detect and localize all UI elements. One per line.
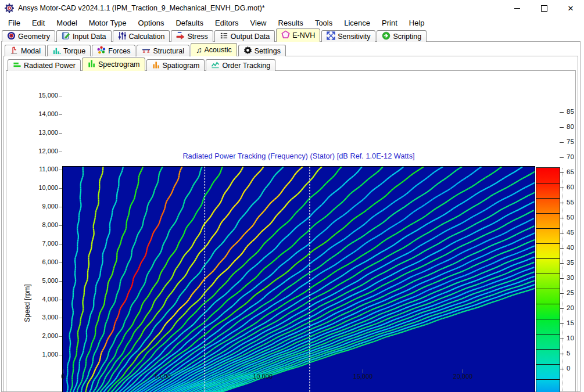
tab-spatiogram[interactable]: Spatiogram bbox=[146, 59, 205, 71]
menu-item-results[interactable]: Results bbox=[273, 17, 309, 28]
y-tick-mark bbox=[59, 170, 62, 170]
y-tick-mark bbox=[59, 300, 62, 300]
colorbar-tick-label: 85 bbox=[567, 108, 574, 115]
y-tick-mark bbox=[59, 336, 62, 337]
menu-bar: FileEditModelMotor TypeOptionsDefaultsEd… bbox=[0, 16, 584, 29]
colorbar-tick-mark bbox=[560, 188, 564, 188]
tab-e-nvh[interactable]: E-NVH bbox=[276, 28, 320, 42]
colorbar-tick-label: 65 bbox=[567, 168, 574, 175]
menu-item-editors[interactable]: Editors bbox=[209, 17, 244, 28]
y-tick-mark bbox=[59, 188, 62, 189]
tab-label: Spectrogram bbox=[98, 60, 140, 69]
window-controls: ✕ bbox=[504, 0, 584, 16]
colorbar-tick-mark bbox=[560, 142, 564, 143]
input-data-icon bbox=[62, 31, 70, 42]
plot-area[interactable] bbox=[62, 166, 535, 392]
spectrogram-icon bbox=[87, 59, 96, 70]
tab-radiated-power[interactable]: Radiated Power bbox=[8, 59, 81, 71]
tab-acoustic[interactable]: ♫Acoustic bbox=[191, 43, 237, 56]
colorbar bbox=[536, 167, 560, 392]
modal-icon bbox=[10, 46, 19, 56]
tab-settings[interactable]: Settings bbox=[238, 45, 286, 56]
minimize-icon bbox=[514, 8, 520, 9]
minimize-button[interactable] bbox=[504, 0, 531, 16]
y-tick-mark bbox=[59, 355, 62, 355]
colorbar-tick-label: 30 bbox=[567, 274, 574, 281]
colorbar-tick-label: 15 bbox=[567, 319, 574, 326]
colorbar-tick-mark bbox=[560, 172, 564, 173]
close-button[interactable]: ✕ bbox=[557, 0, 584, 16]
tab-geometry[interactable]: Geometry bbox=[2, 30, 55, 42]
y-tick-label: 5,000 bbox=[24, 277, 58, 284]
colorbar-tick-mark bbox=[560, 233, 564, 233]
close-icon: ✕ bbox=[568, 5, 574, 12]
colorbar-tick-mark bbox=[560, 263, 564, 264]
colorbar-tick-label: 5 bbox=[567, 350, 570, 357]
tab-stress[interactable]: Stress bbox=[171, 30, 213, 42]
tab-spectrogram[interactable]: Spectrogram bbox=[82, 57, 145, 71]
y-tick-mark bbox=[59, 133, 62, 134]
colorbar-tick-label: 40 bbox=[567, 244, 574, 251]
x-tick-label: 15,000 bbox=[345, 373, 380, 380]
window-title: Ansys Motor-CAD v2024.1.1 (IPM_Traction_… bbox=[18, 4, 265, 12]
menu-item-help[interactable]: Help bbox=[403, 17, 431, 28]
menu-item-options[interactable]: Options bbox=[132, 17, 170, 28]
y-tick-mark bbox=[59, 281, 62, 282]
tab-scripting[interactable]: Scripting bbox=[377, 30, 427, 42]
tab-label: Order Tracking bbox=[222, 62, 270, 70]
tab-modal[interactable]: Modal bbox=[5, 45, 46, 56]
stress-icon bbox=[176, 31, 185, 42]
tab-sensitivity[interactable]: Sensitivity bbox=[321, 30, 375, 42]
colorbar-tick-label: 45 bbox=[567, 229, 574, 236]
colorbar-tick-mark bbox=[560, 339, 564, 339]
tab-label: Stress bbox=[187, 33, 207, 41]
colorbar-tick-mark bbox=[560, 127, 564, 128]
maximize-button[interactable] bbox=[531, 0, 557, 16]
colorbar-tick-mark bbox=[560, 369, 564, 369]
menu-item-motor-type[interactable]: Motor Type bbox=[83, 17, 132, 28]
y-tick-mark bbox=[59, 262, 62, 263]
tab-output-data[interactable]: Output Data bbox=[214, 30, 275, 42]
tab-forces[interactable]: Forces bbox=[92, 45, 135, 56]
structural-icon bbox=[142, 46, 151, 56]
tab-label: Input Data bbox=[73, 33, 106, 41]
y-tick-mark bbox=[59, 318, 62, 318]
colorbar-tick-mark bbox=[560, 354, 564, 354]
envh-tabstrip: ModalTorqueForcesStructural♫AcousticSett… bbox=[5, 44, 287, 56]
menu-item-tools[interactable]: Tools bbox=[309, 17, 338, 28]
spectrogram-canvas[interactable] bbox=[63, 167, 535, 392]
tab-structural[interactable]: Structural bbox=[137, 45, 189, 56]
menu-item-licence[interactable]: Licence bbox=[338, 17, 376, 28]
y-tick-label: 2,000 bbox=[24, 332, 58, 339]
y-tick-mark bbox=[59, 207, 62, 207]
menu-item-file[interactable]: File bbox=[2, 17, 26, 28]
colorbar-tick-label: 80 bbox=[567, 123, 574, 130]
colorbar-tick-label: 50 bbox=[567, 214, 574, 221]
menu-item-print[interactable]: Print bbox=[376, 17, 403, 28]
x-tick-label: 10,000 bbox=[245, 373, 280, 380]
tab-torque[interactable]: Torque bbox=[47, 45, 91, 56]
y-tick-label: 8,000 bbox=[24, 221, 58, 228]
menu-item-defaults[interactable]: Defaults bbox=[170, 17, 209, 28]
x-tick-label: 5,000 bbox=[145, 373, 180, 380]
envh-icon bbox=[281, 30, 290, 41]
y-tick-label: 15,000 bbox=[24, 92, 58, 99]
y-tick-label: 12,000 bbox=[24, 148, 58, 154]
tab-input-data[interactable]: Input Data bbox=[56, 30, 112, 42]
calculation-icon bbox=[118, 31, 127, 42]
x-tick-label: 0 bbox=[45, 373, 80, 380]
y-tick-label: 14,000 bbox=[24, 110, 58, 117]
colorbar-tick-label: 10 bbox=[567, 335, 574, 341]
x-tick-label: 20,000 bbox=[445, 373, 480, 380]
y-tick-label: 3,000 bbox=[24, 314, 58, 321]
tab-calculation[interactable]: Calculation bbox=[113, 30, 170, 42]
colorbar-minor-ticks bbox=[562, 168, 562, 392]
menu-item-view[interactable]: View bbox=[245, 17, 273, 28]
tab-label: Geometry bbox=[18, 33, 50, 41]
menu-item-model[interactable]: Model bbox=[51, 17, 83, 28]
tab-order-tracking[interactable]: Order Tracking bbox=[206, 59, 275, 71]
y-tick-label: 1,000 bbox=[24, 351, 58, 358]
colorbar-tick-label: 35 bbox=[567, 259, 574, 266]
y-tick-label: 13,000 bbox=[24, 129, 58, 136]
menu-item-edit[interactable]: Edit bbox=[26, 17, 51, 28]
